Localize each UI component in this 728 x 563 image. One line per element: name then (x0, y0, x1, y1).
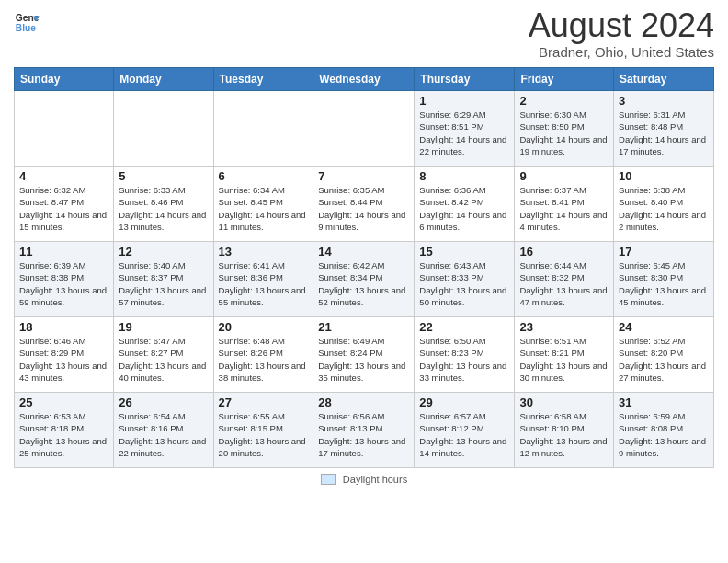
day-number: 27 (219, 396, 309, 409)
day-info: Sunrise: 6:36 AM Sunset: 8:42 PM Dayligh… (419, 184, 509, 233)
day-number: 16 (519, 245, 609, 259)
day-cell: 17Sunrise: 6:45 AM Sunset: 8:30 PM Dayli… (614, 242, 714, 317)
day-cell: 1Sunrise: 6:29 AM Sunset: 8:51 PM Daylig… (415, 91, 515, 167)
day-cell: 13Sunrise: 6:41 AM Sunset: 8:36 PM Dayli… (213, 242, 313, 317)
day-info: Sunrise: 6:30 AM Sunset: 8:50 PM Dayligh… (519, 109, 609, 157)
day-info: Sunrise: 6:59 AM Sunset: 8:08 PM Dayligh… (619, 410, 709, 459)
day-cell (213, 91, 313, 167)
day-cell: 19Sunrise: 6:47 AM Sunset: 8:27 PM Dayli… (114, 317, 213, 393)
day-cell: 11Sunrise: 6:39 AM Sunset: 8:38 PM Dayli… (15, 242, 114, 317)
day-cell: 25Sunrise: 6:53 AM Sunset: 8:18 PM Dayli… (15, 393, 114, 468)
day-header-thursday: Thursday (415, 68, 515, 91)
day-number: 24 (619, 320, 709, 334)
day-info: Sunrise: 6:46 AM Sunset: 8:29 PM Dayligh… (19, 335, 108, 384)
day-cell: 14Sunrise: 6:42 AM Sunset: 8:34 PM Dayli… (313, 242, 415, 317)
day-cell: 12Sunrise: 6:40 AM Sunset: 8:37 PM Dayli… (114, 242, 213, 317)
day-header-sunday: Sunday (15, 68, 114, 91)
week-row-1: 1Sunrise: 6:29 AM Sunset: 8:51 PM Daylig… (15, 91, 714, 167)
day-info: Sunrise: 6:52 AM Sunset: 8:20 PM Dayligh… (619, 335, 709, 384)
day-info: Sunrise: 6:40 AM Sunset: 8:37 PM Dayligh… (119, 259, 208, 308)
day-info: Sunrise: 6:41 AM Sunset: 8:36 PM Dayligh… (219, 259, 309, 308)
day-number: 6 (219, 169, 309, 183)
header: General Blue August 2024 Bradner, Ohio, … (14, 9, 714, 60)
day-header-row: SundayMondayTuesdayWednesdayThursdayFrid… (15, 68, 714, 91)
day-info: Sunrise: 6:33 AM Sunset: 8:46 PM Dayligh… (119, 184, 208, 233)
day-info: Sunrise: 6:50 AM Sunset: 8:23 PM Dayligh… (419, 335, 509, 384)
day-info: Sunrise: 6:47 AM Sunset: 8:27 PM Dayligh… (119, 335, 208, 384)
day-info: Sunrise: 6:39 AM Sunset: 8:38 PM Dayligh… (19, 259, 108, 308)
day-cell: 16Sunrise: 6:44 AM Sunset: 8:32 PM Dayli… (515, 242, 614, 317)
day-number: 11 (19, 245, 108, 259)
day-cell: 20Sunrise: 6:48 AM Sunset: 8:26 PM Dayli… (213, 317, 313, 393)
day-number: 4 (19, 169, 108, 183)
week-row-5: 25Sunrise: 6:53 AM Sunset: 8:18 PM Dayli… (15, 393, 714, 468)
day-cell: 26Sunrise: 6:54 AM Sunset: 8:16 PM Dayli… (114, 393, 213, 468)
legend-box (321, 474, 336, 485)
day-info: Sunrise: 6:56 AM Sunset: 8:13 PM Dayligh… (318, 410, 409, 459)
day-cell (15, 91, 114, 167)
day-number: 8 (419, 169, 509, 183)
day-info: Sunrise: 6:48 AM Sunset: 8:26 PM Dayligh… (219, 335, 309, 384)
day-info: Sunrise: 6:53 AM Sunset: 8:18 PM Dayligh… (19, 410, 108, 459)
day-cell: 28Sunrise: 6:56 AM Sunset: 8:13 PM Dayli… (313, 393, 415, 468)
day-info: Sunrise: 6:32 AM Sunset: 8:47 PM Dayligh… (19, 184, 108, 233)
day-cell: 3Sunrise: 6:31 AM Sunset: 8:48 PM Daylig… (614, 91, 714, 167)
day-info: Sunrise: 6:35 AM Sunset: 8:44 PM Dayligh… (318, 184, 409, 233)
day-number: 1 (419, 94, 509, 108)
day-number: 15 (419, 245, 509, 259)
day-cell: 24Sunrise: 6:52 AM Sunset: 8:20 PM Dayli… (614, 317, 714, 393)
day-info: Sunrise: 6:31 AM Sunset: 8:48 PM Dayligh… (619, 109, 709, 157)
day-cell: 30Sunrise: 6:58 AM Sunset: 8:10 PM Dayli… (515, 393, 614, 468)
calendar-table: SundayMondayTuesdayWednesdayThursdayFrid… (14, 67, 714, 468)
day-number: 30 (519, 396, 609, 409)
day-cell: 2Sunrise: 6:30 AM Sunset: 8:50 PM Daylig… (515, 91, 614, 167)
day-number: 14 (318, 245, 409, 259)
day-info: Sunrise: 6:55 AM Sunset: 8:15 PM Dayligh… (219, 410, 309, 459)
day-header-saturday: Saturday (614, 68, 714, 91)
day-cell: 22Sunrise: 6:50 AM Sunset: 8:23 PM Dayli… (415, 317, 515, 393)
day-cell: 4Sunrise: 6:32 AM Sunset: 8:47 PM Daylig… (15, 167, 114, 242)
day-number: 17 (619, 245, 709, 259)
day-cell: 21Sunrise: 6:49 AM Sunset: 8:24 PM Dayli… (313, 317, 415, 393)
page-container: General Blue August 2024 Bradner, Ohio, … (0, 0, 728, 494)
day-number: 21 (318, 320, 409, 334)
day-info: Sunrise: 6:42 AM Sunset: 8:34 PM Dayligh… (318, 259, 409, 308)
day-cell (114, 91, 213, 167)
legend-label: Daylight hours (343, 474, 407, 485)
day-info: Sunrise: 6:44 AM Sunset: 8:32 PM Dayligh… (519, 259, 609, 308)
footer: Daylight hours (14, 474, 714, 485)
logo: General Blue (14, 9, 40, 35)
day-cell: 10Sunrise: 6:38 AM Sunset: 8:40 PM Dayli… (614, 167, 714, 242)
day-info: Sunrise: 6:29 AM Sunset: 8:51 PM Dayligh… (419, 109, 509, 157)
day-header-tuesday: Tuesday (213, 68, 313, 91)
day-number: 18 (19, 320, 108, 334)
week-row-3: 11Sunrise: 6:39 AM Sunset: 8:38 PM Dayli… (15, 242, 714, 317)
day-header-monday: Monday (114, 68, 213, 91)
day-number: 25 (19, 396, 108, 409)
day-cell: 15Sunrise: 6:43 AM Sunset: 8:33 PM Dayli… (415, 242, 515, 317)
day-number: 22 (419, 320, 509, 334)
day-number: 29 (419, 396, 509, 409)
day-info: Sunrise: 6:37 AM Sunset: 8:41 PM Dayligh… (519, 184, 609, 233)
day-number: 12 (119, 245, 208, 259)
title-block: August 2024 Bradner, Ohio, United States (529, 9, 714, 60)
day-number: 19 (119, 320, 208, 334)
day-info: Sunrise: 6:38 AM Sunset: 8:40 PM Dayligh… (619, 184, 709, 233)
day-header-wednesday: Wednesday (313, 68, 415, 91)
day-cell (313, 91, 415, 167)
day-cell: 31Sunrise: 6:59 AM Sunset: 8:08 PM Dayli… (614, 393, 714, 468)
month-title: August 2024 (529, 9, 714, 42)
day-cell: 18Sunrise: 6:46 AM Sunset: 8:29 PM Dayli… (15, 317, 114, 393)
day-number: 9 (519, 169, 609, 183)
day-number: 13 (219, 245, 309, 259)
day-number: 20 (219, 320, 309, 334)
day-number: 7 (318, 169, 409, 183)
day-number: 23 (519, 320, 609, 334)
day-info: Sunrise: 6:45 AM Sunset: 8:30 PM Dayligh… (619, 259, 709, 308)
day-number: 10 (619, 169, 709, 183)
day-info: Sunrise: 6:58 AM Sunset: 8:10 PM Dayligh… (519, 410, 609, 459)
day-cell: 6Sunrise: 6:34 AM Sunset: 8:45 PM Daylig… (213, 167, 313, 242)
svg-text:Blue: Blue (16, 23, 37, 33)
day-cell: 7Sunrise: 6:35 AM Sunset: 8:44 PM Daylig… (313, 167, 415, 242)
day-number: 3 (619, 94, 709, 108)
